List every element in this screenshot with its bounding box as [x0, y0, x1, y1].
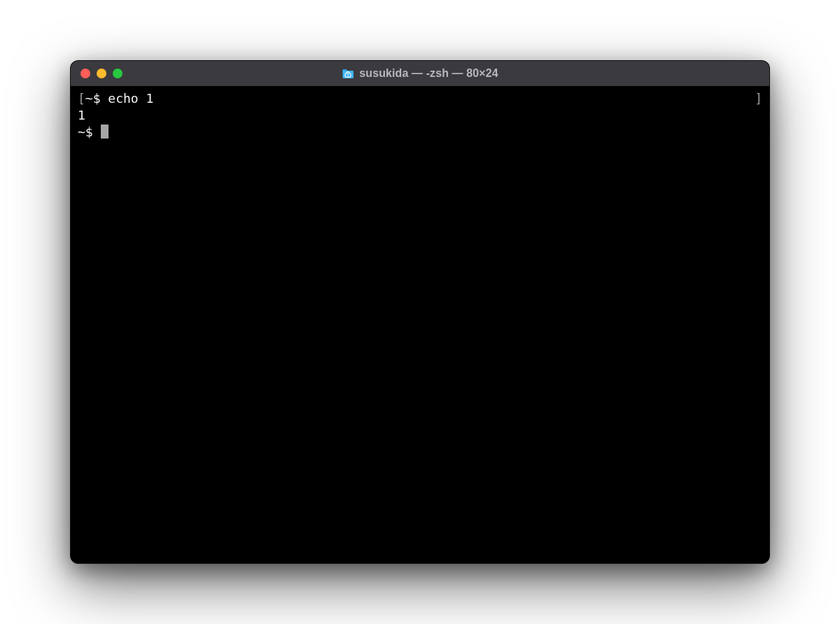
prompt-2: ~$	[78, 124, 101, 141]
minimize-button[interactable]	[97, 69, 106, 78]
terminal-line-3: ~$	[78, 124, 762, 141]
prompt-1: ~$	[85, 91, 108, 106]
maximize-button[interactable]	[113, 69, 122, 78]
prompt-right-bracket: ]	[755, 90, 762, 107]
close-button[interactable]	[80, 69, 90, 78]
terminal-line-1: [~$ echo 1 ]	[78, 90, 762, 107]
terminal-window: susukida — -zsh — 80×24 [~$ echo 1 ] 1 ~…	[70, 60, 770, 564]
titlebar[interactable]: susukida — -zsh — 80×24	[71, 61, 769, 86]
cursor-block-icon	[101, 125, 108, 139]
terminal-body[interactable]: [~$ echo 1 ] 1 ~$	[71, 86, 769, 563]
title-center: susukida — -zsh — 80×24	[71, 67, 769, 80]
svg-point-0	[347, 74, 349, 76]
folder-icon	[342, 69, 354, 79]
terminal-output-1: 1	[78, 107, 762, 124]
command-1: echo 1	[108, 91, 153, 106]
prompt-left-bracket: [	[78, 91, 85, 106]
window-title: susukida — -zsh — 80×24	[359, 67, 498, 80]
traffic-lights	[80, 69, 122, 78]
